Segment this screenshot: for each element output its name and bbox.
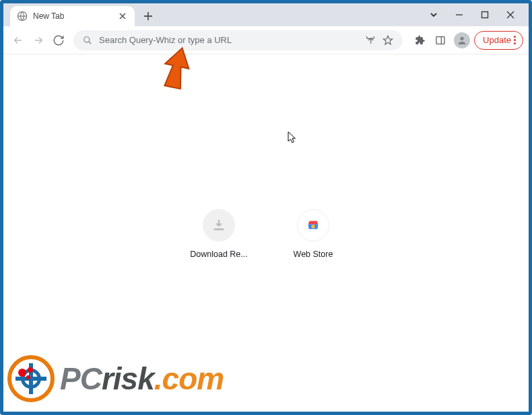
minimize-button[interactable] <box>446 3 472 26</box>
download-icon <box>203 209 235 241</box>
share-icon[interactable] <box>365 35 376 46</box>
svg-point-2 <box>84 36 90 42</box>
update-button[interactable]: Update <box>474 31 523 50</box>
side-panel-button[interactable] <box>431 31 450 50</box>
shortcuts-row: Download Re... Web Store <box>185 209 347 259</box>
tab-label: New Tab <box>33 11 117 21</box>
reload-button[interactable] <box>49 31 68 50</box>
globe-icon <box>17 11 28 22</box>
svg-rect-3 <box>436 36 444 44</box>
close-window-button[interactable] <box>498 3 523 26</box>
update-label: Update <box>483 35 511 45</box>
maximize-button[interactable] <box>472 3 498 26</box>
svg-rect-1 <box>482 12 488 18</box>
address-bar[interactable]: Search Query-Whiz or type a URL <box>73 30 403 50</box>
shortcut-label: Download Re... <box>190 250 247 259</box>
search-icon <box>83 36 92 45</box>
extensions-button[interactable] <box>411 31 430 50</box>
tabs-dropdown-button[interactable] <box>421 3 446 26</box>
shortcut-webstore[interactable]: Web Store <box>279 209 347 259</box>
window-controls <box>421 3 529 26</box>
new-tab-button[interactable] <box>139 7 158 26</box>
omnibox-placeholder: Search Query-Whiz or type a URL <box>99 35 358 45</box>
profile-button[interactable] <box>454 32 470 48</box>
toolbar: Search Query-Whiz or type a URL Update <box>3 26 529 54</box>
menu-dots-icon <box>514 36 516 44</box>
svg-point-5 <box>311 225 315 229</box>
back-button[interactable] <box>9 31 28 50</box>
close-tab-button[interactable] <box>117 11 128 22</box>
webstore-icon <box>297 209 329 241</box>
shortcut-label: Web Store <box>294 250 333 259</box>
titlebar: New Tab <box>3 3 529 26</box>
forward-button[interactable] <box>29 31 48 50</box>
svg-point-4 <box>460 36 463 40</box>
shortcut-download[interactable]: Download Re... <box>185 209 253 259</box>
bookmark-icon[interactable] <box>383 35 393 46</box>
new-tab-content: Download Re... Web Store <box>3 54 529 412</box>
browser-tab[interactable]: New Tab <box>10 6 135 26</box>
